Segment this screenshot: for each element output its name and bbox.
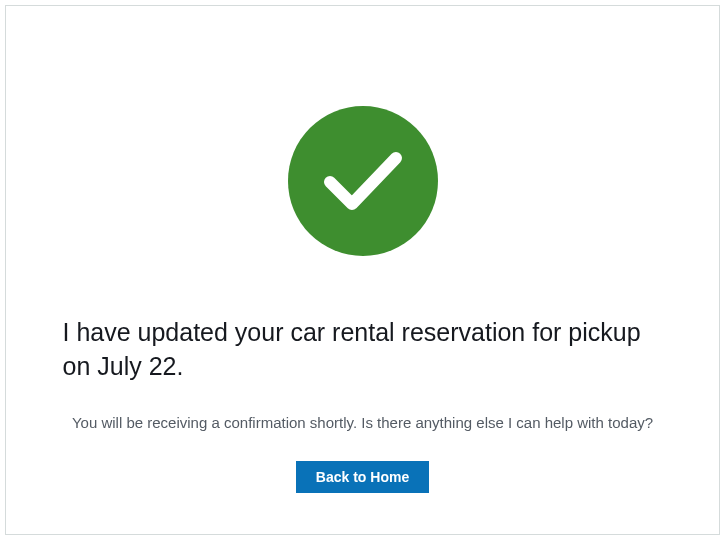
confirmation-heading: I have updated your car rental reservati… bbox=[63, 316, 663, 384]
back-to-home-button[interactable]: Back to Home bbox=[296, 461, 429, 493]
confirmation-panel: I have updated your car rental reservati… bbox=[5, 5, 720, 535]
confirmation-subtext: You will be receiving a confirmation sho… bbox=[72, 414, 653, 431]
success-checkmark-icon bbox=[288, 106, 438, 256]
checkmark-icon bbox=[318, 146, 408, 216]
